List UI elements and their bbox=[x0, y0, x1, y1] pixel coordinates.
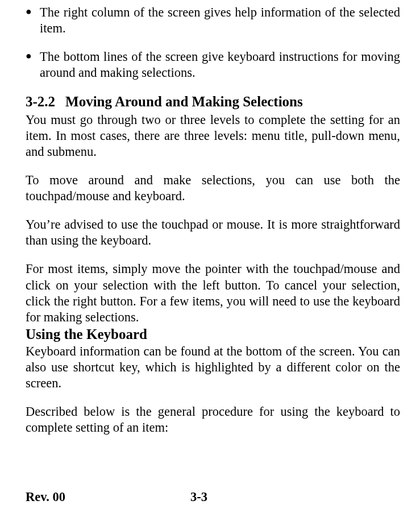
bullet-icon: ● bbox=[26, 5, 40, 36]
bullet-icon: ● bbox=[26, 49, 40, 81]
paragraph: You’re advised to use the touchpad or mo… bbox=[26, 217, 400, 249]
paragraph: Described below is the general procedure… bbox=[26, 404, 400, 436]
footer: Rev. 00 3-3 bbox=[26, 490, 400, 504]
footer-revision: Rev. 00 bbox=[26, 490, 190, 504]
paragraph: You must go through two or three levels … bbox=[26, 112, 400, 160]
section-title: Moving Around and Making Selections bbox=[65, 94, 303, 109]
footer-page-number: 3-3 bbox=[190, 490, 207, 504]
paragraph: Keyboard information can be found at the… bbox=[26, 344, 400, 391]
paragraph: For most items, simply move the pointer … bbox=[26, 261, 400, 325]
bullet-text: The right column of the screen gives hel… bbox=[40, 5, 400, 36]
section-number: 3-2.2 bbox=[26, 94, 55, 110]
bullet-item-2: ● The bottom lines of the screen give ke… bbox=[26, 49, 400, 81]
section-heading: 3-2.2Moving Around and Making Selections bbox=[26, 94, 400, 110]
sub-heading: Using the Keyboard bbox=[26, 326, 400, 342]
paragraph: To move around and make selections, you … bbox=[26, 172, 400, 204]
bullet-text: The bottom lines of the screen give keyb… bbox=[40, 49, 400, 81]
bullet-item-1: ● The right column of the screen gives h… bbox=[26, 5, 400, 36]
